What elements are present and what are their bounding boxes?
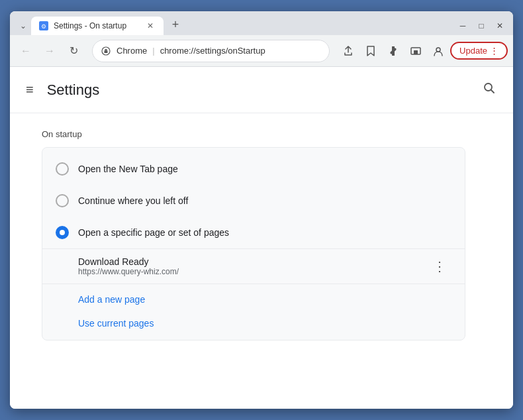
arrange-windows-btn[interactable]: ⌄ (15, 19, 31, 32)
reload-btn[interactable]: ↻ (63, 40, 84, 62)
add-new-page-link[interactable]: Add a new page (78, 294, 145, 305)
address-url: chrome://settings/onStartup (160, 46, 321, 56)
new-tab-btn[interactable]: + (166, 15, 185, 34)
section-title: On startup (42, 129, 481, 139)
svg-rect-5 (414, 50, 418, 54)
svg-point-6 (436, 48, 440, 52)
browser-window: ⌄ ⚙ Settings - On startup ✕ + ─ □ ✕ ← → … (10, 11, 513, 409)
tab-title: Settings - On startup (54, 21, 140, 30)
update-btn[interactable]: Update ⋮ (450, 42, 508, 60)
svg-text:⚙: ⚙ (41, 23, 46, 30)
tabs-area: ⌄ ⚙ Settings - On startup ✕ + (15, 11, 455, 35)
options-card: Open the New Tab page Continue where you… (42, 147, 465, 341)
radio-label-specific: Open a specific page or set of pages (78, 227, 229, 238)
radio-option-new-tab[interactable]: Open the New Tab page (42, 153, 465, 185)
use-current-pages-option: Use current pages (42, 315, 465, 335)
radio-label-new-tab: Open the New Tab page (78, 164, 178, 174)
radio-label-continue: Continue where you left off (78, 195, 188, 206)
chrome-label: Chrome (117, 46, 147, 56)
page-entry: Download Ready https://www.query-whiz.co… (42, 248, 465, 284)
page-title: Settings (47, 81, 100, 99)
main-content: ≡ Settings On startup Open (10, 67, 513, 409)
bookmark-btn[interactable] (360, 40, 381, 62)
radio-option-specific[interactable]: Open a specific page or set of pages (42, 217, 465, 248)
page-entry-url: https://www.query-whiz.com/ (78, 267, 179, 276)
minimize-btn[interactable]: ─ (455, 19, 471, 32)
maximize-btn[interactable]: □ (473, 19, 489, 32)
settings-header: ≡ Settings (10, 67, 513, 113)
extensions-btn[interactable] (383, 40, 404, 62)
share-btn[interactable] (338, 40, 359, 62)
radio-circle-specific (56, 226, 69, 239)
page-entry-info: Download Ready https://www.query-whiz.co… (78, 256, 179, 276)
toolbar: ← → ↻ Chrome | chrome://settings/onStart… (10, 35, 513, 67)
page-entry-name: Download Ready (78, 256, 179, 267)
tab-favicon: ⚙ (39, 21, 48, 30)
settings-header-left: ≡ Settings (23, 79, 99, 100)
page-body: On startup Open the New Tab page Continu… (10, 113, 513, 356)
active-tab[interactable]: ⚙ Settings - On startup ✕ (31, 17, 164, 35)
back-btn[interactable]: ← (15, 40, 36, 62)
radio-circle-continue (56, 194, 69, 207)
address-bar[interactable]: Chrome | chrome://settings/onStartup (92, 40, 330, 62)
search-icon[interactable] (479, 78, 500, 102)
titlebar: ⌄ ⚙ Settings - On startup ✕ + ─ □ ✕ (10, 11, 513, 35)
address-separator: | (152, 46, 154, 56)
toolbar-actions: Update ⋮ (338, 40, 508, 62)
cast-btn[interactable] (405, 40, 426, 62)
close-btn[interactable]: ✕ (492, 19, 508, 32)
tab-close-btn[interactable]: ✕ (145, 21, 156, 31)
window-controls: ─ □ ✕ (455, 19, 508, 32)
page-entry-menu-btn[interactable]: ⋮ (428, 256, 452, 277)
content-area: ≡ Settings On startup Open (10, 67, 513, 409)
svg-point-7 (485, 83, 492, 91)
add-new-page-option: Add a new page (42, 284, 465, 315)
use-current-pages-link[interactable]: Use current pages (78, 318, 154, 329)
radio-circle-new-tab (56, 162, 69, 176)
radio-option-continue[interactable]: Continue where you left off (42, 185, 465, 217)
hamburger-menu-icon[interactable]: ≡ (23, 79, 36, 100)
security-icon (101, 46, 111, 56)
forward-btn[interactable]: → (39, 40, 60, 62)
svg-rect-3 (105, 50, 108, 53)
profile-btn[interactable] (428, 40, 449, 62)
